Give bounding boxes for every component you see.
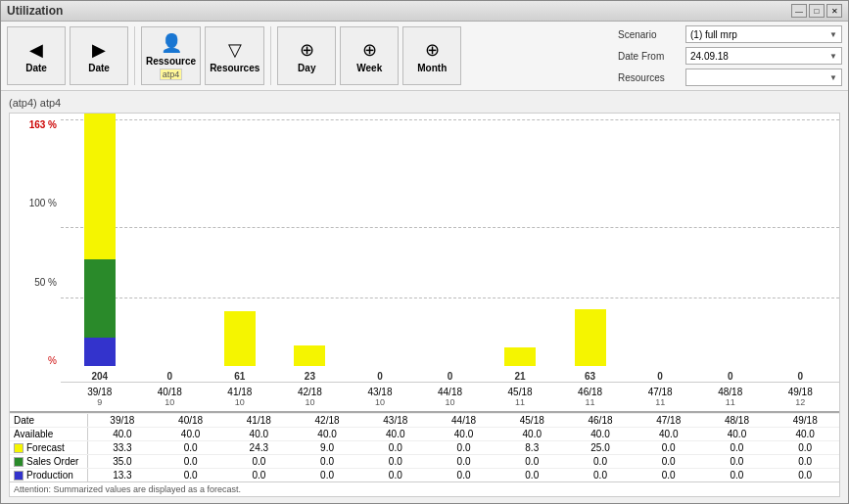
cell-1-5: 40.0 <box>430 428 498 440</box>
data-row-sales-order: Sales Order35.00.00.00.00.00.00.00.00.00… <box>10 454 839 468</box>
toolbar-separator-2 <box>270 26 271 85</box>
x-week-10: 12 <box>795 397 805 407</box>
resource-button[interactable]: 👤 Ressource atp4 <box>141 26 201 85</box>
bar-col-1 <box>135 119 206 366</box>
cell-0-4: 43/18 <box>361 414 430 427</box>
x-week-9: 11 <box>726 397 735 407</box>
cell-2-7: 25.0 <box>566 441 635 454</box>
arrow-right-icon: ▶ <box>92 39 106 61</box>
legend-dot-4 <box>14 471 24 481</box>
y-label-50: 50 % <box>34 277 57 288</box>
date-forward-button[interactable]: ▶ Date <box>70 26 128 85</box>
week-button[interactable]: ⊕ Week <box>340 26 399 85</box>
cell-3-6: 0.0 <box>497 455 566 468</box>
y-label-163: 163 % <box>29 119 57 130</box>
date-from-row: Date From 24.09.18 ▼ <box>618 47 842 65</box>
data-row-label-2: Forecast <box>10 441 88 454</box>
x-date-8: 47/18 <box>648 387 673 397</box>
cell-0-1: 40/18 <box>157 414 225 427</box>
bar-value-6: 21 <box>485 371 555 382</box>
cell-2-6: 8.3 <box>497 441 566 454</box>
bar-col-5 <box>415 119 486 366</box>
data-row-label-3: Sales Order <box>10 455 88 468</box>
minimize-button[interactable]: — <box>791 4 807 18</box>
bar-value-9: 0 <box>695 371 766 382</box>
bar-value-4: 0 <box>345 371 415 382</box>
arrow-left-icon: ◀ <box>29 39 43 61</box>
resources-button[interactable]: ▽ Resources <box>205 26 264 85</box>
x-date-3: 42/18 <box>298 387 322 397</box>
cell-3-7: 0.0 <box>566 455 635 468</box>
bar-green-0 <box>84 259 116 338</box>
cell-4-3: 0.0 <box>293 469 361 481</box>
x-week-8: 11 <box>655 397 665 407</box>
x-axis-labels: 39/18940/181041/181042/181043/181044/181… <box>61 382 839 411</box>
x-date-2: 41/18 <box>227 387 252 397</box>
cell-3-2: 0.0 <box>224 455 293 468</box>
cell-4-1: 0.0 <box>157 469 225 481</box>
zoom-month-icon: ⊕ <box>425 39 440 61</box>
day-button[interactable]: ⊕ Day <box>277 26 336 85</box>
bar-value-8: 0 <box>625 371 695 382</box>
cell-0-10: 49/18 <box>771 414 839 427</box>
chart-bars-area: 20406123002163000 39/18940/181041/181042… <box>61 114 839 411</box>
data-row-date: Date39/1840/1841/1842/1843/1844/1845/184… <box>10 413 839 427</box>
bar-col-10 <box>765 119 835 366</box>
bar-value-3: 23 <box>275 371 346 382</box>
x-week-7: 11 <box>586 397 595 407</box>
window-controls: — □ ✕ <box>791 4 842 18</box>
cell-2-1: 0.0 <box>157 441 225 454</box>
data-row-label-0: Date <box>10 414 88 427</box>
data-row-label-1: Available <box>10 428 88 440</box>
bar-col-4 <box>345 119 415 366</box>
cell-4-6: 0.0 <box>497 469 566 481</box>
bars-container <box>61 119 839 366</box>
cell-3-0: 35.0 <box>88 455 157 468</box>
cell-1-8: 40.0 <box>635 428 703 440</box>
values-row: 20406123002163000 <box>61 371 839 382</box>
legend-dot-2 <box>14 443 24 453</box>
scenario-dropdown[interactable]: (1) full mrp ▼ <box>685 25 842 43</box>
y-label-100: 100 % <box>29 198 57 208</box>
month-button[interactable]: ⊕ Month <box>402 26 461 85</box>
cell-1-9: 40.0 <box>703 428 772 440</box>
x-week-6: 11 <box>515 397 525 407</box>
cell-1-7: 40.0 <box>566 428 635 440</box>
cell-4-7: 0.0 <box>566 469 635 481</box>
cell-3-3: 0.0 <box>293 455 361 468</box>
date-from-dropdown-arrow[interactable]: ▼ <box>829 52 837 61</box>
cell-3-8: 0.0 <box>635 455 703 468</box>
maximize-button[interactable]: □ <box>809 4 825 18</box>
cell-3-9: 0.0 <box>703 455 772 468</box>
bar-yellow-6 <box>504 347 536 366</box>
toolbar-fields: Scenario (1) full mrp ▼ Date From 24.09.… <box>618 25 842 86</box>
bar-col-2 <box>205 119 275 366</box>
bar-col-6 <box>485 119 555 366</box>
title-bar: Utilization — □ ✕ <box>1 1 848 22</box>
x-date-9: 48/18 <box>718 387 742 397</box>
close-button[interactable]: ✕ <box>826 4 842 18</box>
cell-4-5: 0.0 <box>430 469 498 481</box>
chart-title: (atp4) atp4 <box>9 97 840 109</box>
cell-0-2: 41/18 <box>224 414 293 427</box>
x-week-2: 10 <box>235 397 245 407</box>
resource-icon: 👤 <box>161 32 182 54</box>
bar-value-0: 204 <box>65 371 135 382</box>
cell-0-6: 45/18 <box>497 414 566 427</box>
cell-3-5: 0.0 <box>430 455 498 468</box>
cell-1-3: 40.0 <box>293 428 361 440</box>
cell-2-2: 24.3 <box>224 441 293 454</box>
cell-2-5: 0.0 <box>430 441 498 454</box>
main-content: (atp4) atp4 163 % 100 % 50 % % <box>1 91 848 503</box>
toolbar-separator-1 <box>134 26 135 85</box>
scenario-dropdown-arrow[interactable]: ▼ <box>829 30 837 39</box>
date-back-button[interactable]: ◀ Date <box>7 26 66 85</box>
cell-1-10: 40.0 <box>771 428 839 440</box>
resources-dropdown-arrow[interactable]: ▼ <box>829 73 837 82</box>
resources-dropdown[interactable]: ▼ <box>685 69 842 86</box>
date-from-dropdown[interactable]: 24.09.18 ▼ <box>685 47 842 65</box>
cell-2-3: 9.0 <box>293 441 361 454</box>
x-week-5: 10 <box>446 397 455 407</box>
cell-0-9: 48/18 <box>703 414 772 427</box>
x-date-7: 46/18 <box>578 387 602 397</box>
